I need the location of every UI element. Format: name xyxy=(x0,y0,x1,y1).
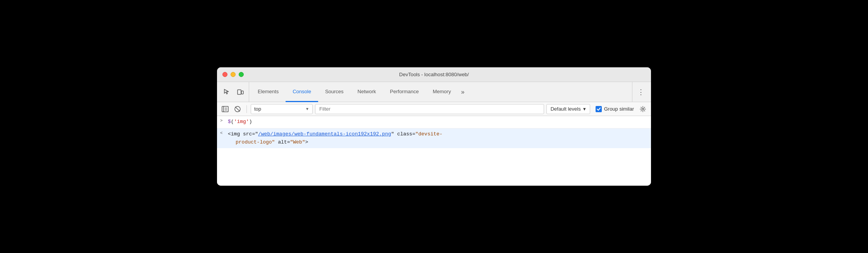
clear-console-button[interactable] xyxy=(232,104,243,114)
console-input-entry: > $('img') xyxy=(217,116,651,128)
context-selector-arrow: ▼ xyxy=(305,107,309,111)
maximize-button[interactable] xyxy=(239,72,244,77)
code-tag-close: > xyxy=(305,139,308,145)
code-dollar: $ xyxy=(228,119,231,125)
code-class-val-2: product-logo" xyxy=(236,139,275,145)
traffic-lights xyxy=(222,72,244,77)
console-output-entry: < <img src="/web/images/web-fundamentals… xyxy=(217,128,651,149)
tab-performance[interactable]: Performance xyxy=(383,82,425,102)
code-alt-val: "Web" xyxy=(290,139,305,145)
group-similar-label: Group similar xyxy=(604,106,634,112)
svg-point-9 xyxy=(642,108,644,110)
tab-network[interactable]: Network xyxy=(351,82,383,102)
context-selector[interactable]: top ▼ xyxy=(251,104,313,114)
tab-console[interactable]: Console xyxy=(286,82,318,102)
console-settings-button[interactable] xyxy=(638,104,648,114)
devtools-window: DevTools - localhost:8080/web/ Elements xyxy=(217,67,651,186)
code-class-attr: class= xyxy=(394,131,415,137)
levels-arrow-icon: ▾ xyxy=(583,106,586,112)
svg-rect-1 xyxy=(241,91,243,94)
console-output-text: <img src="/web/images/web-fundamentals-i… xyxy=(228,130,648,147)
input-arrow-icon: > xyxy=(220,118,228,123)
code-string: 'img' xyxy=(234,119,249,125)
group-similar-checkbox[interactable] xyxy=(596,106,602,112)
toolbar-end: ⋮ xyxy=(632,82,649,102)
tab-memory[interactable]: Memory xyxy=(426,82,458,102)
more-tabs-button[interactable]: » xyxy=(458,82,468,102)
window-title: DevTools - localhost:8080/web/ xyxy=(399,72,469,77)
tabs: Elements Console Sources Network Perform… xyxy=(251,82,468,102)
output-arrow-icon: < xyxy=(220,130,228,135)
console-content: > $('img') < <img src="/web/images/web-f… xyxy=(217,116,651,186)
filter-input[interactable] xyxy=(315,104,544,114)
close-button[interactable] xyxy=(222,72,227,77)
console-toolbar: top ▼ Default levels ▾ Group similar xyxy=(217,102,651,116)
code-paren-close: ) xyxy=(249,119,252,125)
devtools-toolbar: Elements Console Sources Network Perform… xyxy=(217,82,651,102)
group-similar-option: Group similar xyxy=(596,106,634,112)
svg-rect-0 xyxy=(238,90,241,94)
titlebar: DevTools - localhost:8080/web/ xyxy=(217,67,651,82)
code-src-link[interactable]: /web/images/web-fundamentals-icon192x192… xyxy=(258,131,391,137)
tab-elements[interactable]: Elements xyxy=(251,82,286,102)
code-paren-open: ( xyxy=(231,119,234,125)
show-console-sidebar-button[interactable] xyxy=(220,104,230,114)
svg-line-8 xyxy=(235,107,240,111)
code-class-val-1: "devsite- xyxy=(415,131,443,137)
log-levels-button[interactable]: Default levels ▾ xyxy=(546,104,590,114)
toolbar-icons xyxy=(219,82,249,102)
code-alt-attr: alt= xyxy=(275,139,290,145)
code-quote-close: " xyxy=(391,131,394,137)
code-tag-open: <img src=" xyxy=(228,131,258,137)
tab-sources[interactable]: Sources xyxy=(318,82,351,102)
minimize-button[interactable] xyxy=(231,72,236,77)
inspect-element-button[interactable] xyxy=(222,87,232,97)
devtools-menu-button[interactable]: ⋮ xyxy=(636,87,646,97)
console-input-text[interactable]: $('img') xyxy=(228,118,648,126)
device-toolbar-button[interactable] xyxy=(235,87,246,97)
toolbar-divider xyxy=(246,105,247,113)
